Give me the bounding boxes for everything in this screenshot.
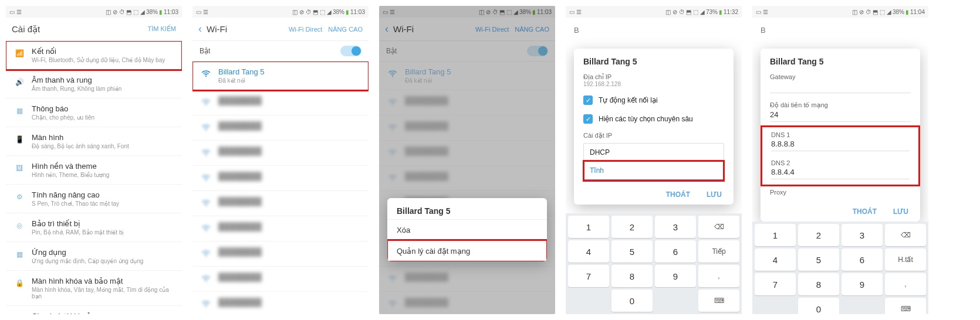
modal-overlay[interactable]: Billard Tang 5 Xóa Quản lý cài đặt mạng [379, 6, 555, 314]
wifi-network-item[interactable]: ████████ [192, 241, 369, 267]
settings-screen: ▭ ☰ ◫ ⊘ ⏱ ⬒ ⬚ ◢ 38% ▮ 11:03 Cài đặt TÌM … [6, 6, 182, 314]
display-icon: 📱 [13, 133, 26, 146]
wifi-titlebar: ‹ Wi-Fi Wi-Fi Direct NÂNG CAO [192, 18, 369, 41]
keyboard-switch-key[interactable]: ⌨ [698, 290, 739, 312]
digit-1-key[interactable]: 1 [568, 216, 609, 238]
background-label: B [566, 18, 742, 35]
dns1-field[interactable]: 8.8.8.8 [771, 139, 910, 151]
dns2-field[interactable]: 8.8.4.4 [771, 168, 910, 179]
keyboard-switch-key[interactable]: ⌨ [885, 298, 926, 314]
comma-key[interactable]: , [885, 273, 926, 295]
backspace-key[interactable]: ⌫ [885, 224, 926, 246]
sound-icon: 🔊 [13, 76, 26, 88]
digit-7-key[interactable]: 7 [568, 265, 609, 287]
cloud-icon: ☁ [13, 312, 26, 314]
svg-point-0 [205, 76, 207, 77]
comma-key[interactable]: , [698, 265, 739, 287]
cancel-button[interactable]: THOÁT [853, 207, 877, 216]
network-context-dialog: Billard Tang 5 Xóa Quản lý cài đặt mạng [387, 198, 547, 261]
wifi-context-screen: ▭ ☰ ◫ ⊘ ⏱ ⬒ ⬚ ◢ 38% ▮ 11:03 ‹ Wi-Fi Wi-F… [379, 6, 555, 314]
wifi-network-item[interactable]: ████████ [192, 115, 369, 141]
wifi-network-item[interactable]: ████████ [192, 166, 369, 191]
forget-network-option[interactable]: Xóa [387, 219, 547, 240]
ip-settings-select[interactable]: DHCP Tĩnh [583, 143, 724, 181]
checkbox-checked-icon: ✓ [583, 114, 593, 124]
digit-5-key[interactable]: 5 [798, 248, 839, 271]
prefix-length-field[interactable]: 24 [770, 110, 911, 122]
wifi-network-item[interactable]: ████████ [192, 216, 369, 241]
digit-4-key[interactable]: 4 [568, 240, 609, 263]
settings-item-theme[interactable]: 🖼Hình nền và themeHình nền, Theme, Biểu … [6, 156, 182, 185]
wifi-network-item[interactable]: ████████ [192, 292, 369, 314]
network-edit-dialog: Billard Tang 5 Địa chỉ IP 192.168.2.128 … [574, 49, 734, 205]
wifi-toggle[interactable] [340, 46, 361, 56]
digit-9-key[interactable]: 9 [842, 273, 883, 295]
search-action[interactable]: TÌM KIẾM [147, 25, 176, 33]
settings-item-sound[interactable]: 🔊Âm thanh và rungÂm thanh, Rung, Không l… [6, 70, 182, 98]
wifi-network-item[interactable]: ████████ [192, 141, 369, 166]
theme-icon: 🖼 [13, 162, 26, 175]
digit-6-key[interactable]: 6 [655, 240, 696, 263]
dialog-title: Billard Tang 5 [387, 198, 547, 219]
wifi-icon [200, 197, 212, 210]
svg-point-3 [205, 155, 207, 156]
checkbox-checked-icon: ✓ [583, 96, 593, 105]
gateway-field[interactable] [770, 81, 911, 93]
static-option[interactable]: Tĩnh [584, 161, 724, 181]
wifi-icon [200, 96, 212, 109]
digit-4-key[interactable]: 4 [755, 248, 796, 271]
digit-5-key[interactable]: 5 [611, 240, 653, 263]
backspace-key[interactable]: ⌫ [698, 216, 739, 238]
signal-icons: ◫ ⊘ ⏱ ⬒ ⬚ ◢ [106, 9, 145, 15]
wifi-direct-action[interactable]: Wi-Fi Direct [289, 26, 322, 33]
wifi-network-item[interactable]: ████████ [192, 191, 369, 216]
apps-icon: ▦ [13, 248, 26, 261]
wifi-toggle-row[interactable]: Bật [192, 41, 369, 62]
manage-network-option[interactable]: Quản lý cài đặt mạng [387, 240, 547, 261]
dhcp-option[interactable]: DHCP [584, 144, 724, 161]
wifi-icon [200, 121, 212, 134]
digit-7-key[interactable]: 7 [755, 273, 796, 295]
settings-item-advanced[interactable]: ⚙Tính năng nâng caoS Pen, Trò chơi, Thao… [6, 185, 182, 213]
wifi-network-connected[interactable]: Billard Tang 5 Đã kết nối [192, 62, 369, 90]
next-key[interactable]: Tiếp [698, 240, 739, 263]
show-advanced-checkbox[interactable]: ✓ Hiện các tùy chọn chuyên sâu [574, 110, 734, 128]
wifi-network-item[interactable]: ████████ [192, 90, 369, 115]
digit-3-key[interactable]: 3 [655, 216, 696, 238]
digit-0-key[interactable]: 0 [798, 298, 839, 314]
settings-item-cloud[interactable]: ☁Cloud và tài khoản [6, 306, 182, 314]
digit-0-key[interactable]: 0 [611, 290, 653, 312]
dns2-label: DNS 2 [762, 156, 919, 166]
digit-3-key[interactable]: 3 [842, 224, 883, 246]
digit-2-key[interactable]: 2 [611, 216, 653, 238]
auto-reconnect-checkbox[interactable]: ✓ Tự động kết nối lại [574, 91, 734, 110]
settings-item-maint[interactable]: ◎Bảo trì thiết bịPin, Bộ nhớ, RAM, Bảo m… [6, 213, 182, 242]
proxy-label: Proxy [761, 185, 920, 202]
cancel-button[interactable]: THOÁT [666, 190, 690, 199]
save-button[interactable]: LƯU [893, 207, 908, 216]
wifi-network-item[interactable]: ████████ [192, 267, 369, 292]
next-key[interactable]: H.tất [885, 248, 926, 271]
advanced-action[interactable]: NÂNG CAO [328, 26, 363, 33]
back-icon[interactable]: ‹ [198, 23, 202, 35]
settings-item-display[interactable]: 📱Màn hìnhĐộ sáng, Bộ lọc ánh sáng xanh, … [6, 127, 182, 156]
svg-point-7 [205, 256, 207, 257]
advanced-icon: ⚙ [13, 190, 26, 203]
digit-6-key[interactable]: 6 [842, 248, 883, 271]
svg-point-8 [205, 281, 207, 282]
dialog-title: Billard Tang 5 [574, 49, 734, 70]
digit-9-key[interactable]: 9 [655, 265, 696, 287]
digit-2-key[interactable]: 2 [798, 224, 839, 246]
svg-point-6 [205, 230, 207, 232]
settings-item-lock[interactable]: 🔒Màn hình khóa và bảo mậtMàn hình khóa, … [6, 271, 182, 306]
status-bar: ▭ ☰ ◫ ⊘ ⏱ ⬒ ⬚ ◢ 73% ▮ 11:32 [566, 6, 742, 18]
digit-8-key[interactable]: 8 [798, 273, 839, 295]
digit-1-key[interactable]: 1 [755, 224, 796, 246]
status-bar: ▭ ☰ ◫ ⊘ ⏱ ⬒ ⬚ ◢ 38% ▮ 11:03 [192, 6, 369, 18]
settings-item-apps[interactable]: ▦Ứng dụngỨng dụng mặc định, Cấp quyền ứn… [6, 242, 182, 271]
gateway-label: Gateway [761, 70, 920, 80]
digit-8-key[interactable]: 8 [611, 265, 653, 287]
save-button[interactable]: LƯU [707, 190, 722, 199]
settings-item-notif[interactable]: ▦Thông báoChặn, cho phép, ưu tiên [6, 98, 182, 127]
settings-item-connections[interactable]: 📶Kết nốiWi-Fi, Bluetooth, Sử dụng dữ liệ… [6, 41, 182, 70]
